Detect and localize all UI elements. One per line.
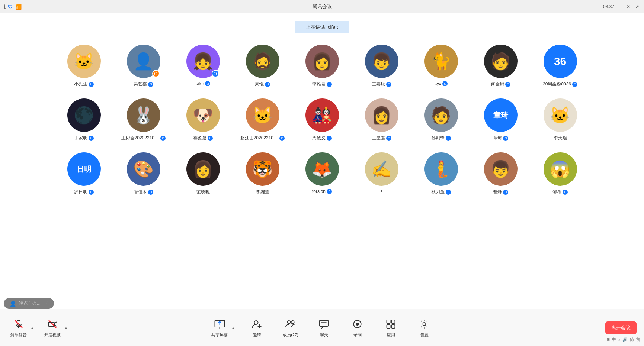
video-button[interactable]: 开启视频	[41, 317, 64, 338]
bottom-toolbar: 解除静音 ▲ 开启视频 ▲	[0, 309, 644, 346]
minimize-button[interactable]: —	[608, 4, 613, 9]
participant-name: 王彬全20202210....	[121, 135, 166, 141]
chat-input-bar[interactable]: 👤 说点什么... 〈	[4, 298, 54, 309]
mic-badge	[160, 136, 166, 141]
apps-label: 应用	[387, 332, 395, 338]
avatar-circle: 🦊	[305, 152, 339, 186]
avatar-circle: 🧜	[424, 152, 458, 186]
invite-icon	[250, 317, 264, 331]
participant-item[interactable]: 👩王星皓	[359, 98, 404, 141]
mute-control: 解除静音 ▲	[7, 317, 34, 338]
participant-item[interactable]: 🐱小先生	[62, 45, 106, 87]
mute-button[interactable]: 解除静音	[7, 317, 30, 338]
mic-badge	[446, 190, 451, 195]
avatar-circle: 👩	[365, 98, 398, 132]
chat-placeholder: 说点什么...	[19, 300, 41, 307]
invite-button[interactable]: 邀请	[246, 317, 268, 338]
participant-item[interactable]: 🦊torsion	[300, 152, 345, 195]
participant-item[interactable]: 🧑孙剑锋	[419, 98, 464, 141]
share-button[interactable]: 共享屏幕	[208, 317, 231, 338]
participant-name: 李婉莹	[256, 189, 269, 195]
participant-item[interactable]: 👤吴艺嘉	[121, 45, 166, 87]
video-arrow[interactable]: ▲	[64, 326, 68, 330]
settings-icon	[418, 317, 431, 331]
avatar-circle: 🐱	[246, 98, 279, 132]
mute-arrow[interactable]: ▲	[31, 326, 34, 330]
participant-item[interactable]: 🎎周致义	[300, 98, 345, 141]
participant-item[interactable]: 日明罗日明	[62, 152, 106, 195]
avatar-circle: 👦	[484, 152, 518, 186]
participant-name: 管佳禾	[134, 189, 153, 195]
participant-item[interactable]: 🐯李婉莹	[240, 152, 285, 195]
avatar-wrapper: 👦	[365, 45, 398, 78]
mic-badge	[148, 82, 153, 87]
participant-item[interactable]: 章琦章琦	[478, 98, 523, 141]
participant-item[interactable]: 👩范晓晓	[181, 152, 225, 195]
members-button[interactable]: 成员(27)	[279, 317, 302, 338]
participant-item[interactable]: 🌑丁家明	[62, 98, 106, 141]
systray-lang[interactable]: 简	[630, 337, 634, 342]
avatar-circle: ✍	[365, 152, 398, 186]
chat-button[interactable]: 聊天	[313, 317, 335, 338]
restore-button[interactable]: □	[616, 4, 622, 9]
avatar-circle: 🧑	[484, 45, 518, 78]
participant-item[interactable]: 🧜秋刀鱼	[419, 152, 464, 195]
apps-button[interactable]: 应用	[380, 317, 402, 338]
participant-item[interactable]: 3620周鑫淼0036	[538, 45, 583, 87]
participant-name: 范晓晓	[196, 189, 210, 195]
video-icon	[46, 317, 59, 331]
titlebar-left-icons: ℹ 🛡 📶	[4, 0, 22, 13]
toolbar-center: 共享屏幕 ▲ 邀请	[208, 317, 436, 338]
info-icon[interactable]: ℹ	[4, 4, 6, 10]
participant-item[interactable]: 🐈cyx	[419, 45, 464, 87]
participant-item[interactable]: 👦王嘉珑	[359, 45, 404, 87]
systray-prev[interactable]: 前	[636, 337, 640, 342]
systray-volume[interactable]: ♪	[618, 337, 621, 342]
participant-name: 周致义	[312, 135, 332, 141]
avatar-badge	[212, 70, 219, 77]
participant-item[interactable]: 👦曹烁	[478, 152, 523, 195]
shield-icon[interactable]: 🛡	[8, 4, 13, 10]
participant-item[interactable]: 👧cifer	[181, 45, 225, 87]
participant-item[interactable]: 🐱李天瑶	[538, 98, 583, 141]
participant-item[interactable]: 🐰王彬全20202210....	[121, 98, 166, 141]
share-label: 共享屏幕	[211, 332, 228, 338]
video-control: 开启视频 ▲	[41, 317, 68, 338]
svg-point-12	[291, 321, 294, 324]
participant-name: 王嘉珑	[372, 81, 391, 87]
chat-icon	[317, 317, 331, 331]
members-icon	[284, 317, 297, 331]
participant-item[interactable]: ✍z	[359, 152, 404, 195]
mic-badge	[572, 82, 577, 87]
titlebar: ℹ 🛡 📶 腾讯会议 03:37 — □ ✕ ⤢	[0, 0, 644, 13]
fullscreen-button[interactable]: ⤢	[634, 4, 640, 9]
close-button[interactable]: ✕	[625, 4, 631, 9]
user-icon: 👤	[10, 301, 16, 307]
participant-item[interactable]: 🧑何金厨	[478, 45, 523, 87]
participant-item[interactable]: 😱邹考	[538, 152, 583, 195]
svg-point-11	[288, 321, 291, 324]
mic-badge	[279, 136, 285, 141]
video-label: 开启视频	[44, 332, 61, 338]
participant-item[interactable]: 🐱赵江山20202210....	[240, 98, 285, 141]
systray-speaker[interactable]: 🔊	[622, 337, 628, 342]
avatar-circle: 章琦	[484, 98, 518, 132]
mic-badge	[503, 136, 508, 141]
participant-item[interactable]: 👩李雅君	[300, 45, 345, 87]
avatar-circle: 🎎	[305, 98, 339, 132]
participant-item[interactable]: 🐶娄盈盈	[181, 98, 225, 141]
participant-item[interactable]: 🧔周恺	[240, 45, 285, 87]
chat-arrow[interactable]: 〈	[44, 300, 48, 307]
systray-ime[interactable]: 中	[612, 337, 616, 342]
participant-item[interactable]: 🎨管佳禾	[121, 152, 166, 195]
settings-button[interactable]: 设置	[413, 317, 436, 338]
systray-grid-icon[interactable]: ⊞	[606, 337, 610, 342]
share-arrow[interactable]: ▲	[231, 326, 235, 330]
end-meeting-button[interactable]: 离开会议	[605, 321, 637, 334]
share-control: 共享屏幕 ▲	[208, 317, 235, 338]
participant-name: 赵江山20202210....	[240, 135, 285, 141]
avatar-badge	[152, 70, 160, 77]
record-button[interactable]: 录制	[346, 317, 369, 338]
signal-icon[interactable]: 📶	[15, 4, 22, 10]
svg-rect-21	[392, 325, 395, 328]
